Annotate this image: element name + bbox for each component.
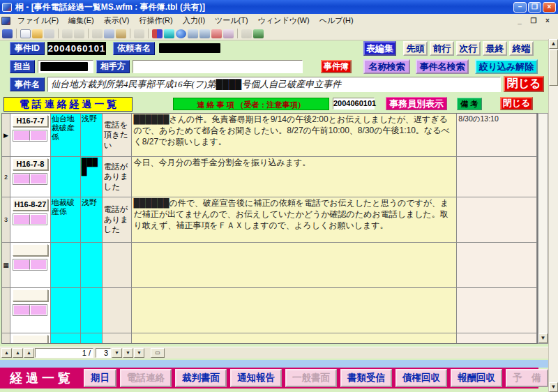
table-row-partial[interactable] (2, 333, 537, 344)
category-field[interactable] (13, 259, 30, 270)
menu-input[interactable]: 入力(I) (178, 14, 210, 27)
message-cell[interactable] (132, 333, 458, 344)
org-cell[interactable]: 地裁破産係 (51, 197, 81, 242)
case-name-search-button[interactable]: 事件名検索 (416, 59, 469, 74)
date-cell[interactable] (10, 333, 51, 344)
nav-page-down-icon[interactable]: ▼ (123, 348, 133, 358)
category-field[interactable] (30, 174, 47, 184)
end-record-button[interactable]: 終端 (509, 41, 534, 56)
message-cell[interactable]: 今日、今月分の着手金分割金を振り込みます。 (132, 157, 458, 197)
category-fields[interactable] (13, 304, 47, 316)
table-row[interactable]: 3 H16-8-27 地裁破産係 浅野 電話がありました ██████の件で、破… (2, 197, 537, 243)
print-preview-icon[interactable] (74, 29, 84, 38)
nav-first-icon[interactable]: ▲ (1, 348, 12, 358)
org-cell[interactable] (51, 157, 81, 197)
tab-saiken-kaishu[interactable]: 債権回収 (395, 369, 447, 387)
category-field[interactable] (30, 214, 47, 225)
person-cell[interactable] (81, 243, 103, 287)
save-icon[interactable] (44, 29, 54, 38)
restore-button[interactable]: ❐ (528, 2, 541, 13)
table-scroll-down-icon[interactable]: ▼ (538, 333, 548, 343)
zoom-globe-icon[interactable] (176, 29, 186, 38)
new-file-icon[interactable] (20, 29, 31, 38)
category-field[interactable] (13, 214, 30, 225)
mdi-restore-button[interactable]: ❐ (529, 17, 538, 24)
table-row[interactable]: 2 H16-7-8 ████ 電話がありました 今日、今月分の着手金分割金を振り… (2, 157, 537, 197)
nav-up-icon[interactable]: ▲ (24, 348, 34, 358)
category-fields[interactable] (13, 259, 47, 271)
undo-icon[interactable] (134, 29, 144, 38)
menu-row-ops[interactable]: 行操作(R) (134, 14, 177, 27)
menu-view[interactable]: 表示(V) (99, 14, 135, 27)
search-a-icon[interactable] (188, 29, 198, 38)
memo-cell[interactable]: 8/30の13:10 (457, 114, 537, 156)
next-record-button[interactable]: 次行 (456, 41, 481, 56)
status-cell[interactable] (103, 333, 132, 344)
date-button[interactable] (13, 244, 48, 256)
form-icon[interactable] (2, 29, 13, 38)
date-cell[interactable]: H16-7-8 (10, 157, 51, 197)
memo-cell[interactable] (457, 197, 537, 242)
org-cell[interactable] (51, 243, 81, 287)
category-fields[interactable] (13, 130, 47, 142)
cut-icon[interactable] (92, 29, 103, 38)
scroll-down-icon[interactable]: ▼ (549, 382, 558, 392)
person-cell[interactable] (81, 333, 103, 344)
open-folder-icon[interactable] (32, 29, 43, 38)
nav-down-icon[interactable]: ▼ (112, 348, 122, 358)
status-cell[interactable] (103, 243, 132, 287)
table-delete-icon[interactable] (223, 29, 234, 38)
window-scrollbar[interactable]: ▲ ▼ (548, 39, 558, 392)
close-section-button[interactable]: 閉じる (500, 97, 533, 110)
case-book-button[interactable]: 事件簿 (321, 60, 352, 73)
status-cell[interactable]: 電話を頂きたい (103, 114, 132, 156)
message-cell[interactable]: ██████さんの件。免責審尋期日を9/14の午後2:00とお伝えしましたが、遅… (132, 114, 458, 156)
date-cell[interactable]: H16-7-7 (10, 114, 51, 156)
org-cell[interactable] (51, 288, 81, 333)
window-icon[interactable] (241, 29, 252, 38)
date-button[interactable]: H16-7-8 (13, 158, 48, 170)
sort-icon[interactable] (152, 29, 163, 38)
message-cell[interactable] (132, 243, 458, 287)
category-fields[interactable] (13, 213, 47, 225)
tab-kijitsu[interactable]: 期日 (84, 369, 116, 387)
menu-file[interactable]: ファイル(F) (13, 14, 63, 27)
table-add-icon[interactable] (211, 29, 222, 38)
status-cell[interactable]: 電話がありました (103, 197, 132, 242)
close-form-button[interactable]: 閉じる (504, 76, 544, 92)
date-cell[interactable] (10, 288, 51, 333)
minimize-button[interactable]: – (513, 2, 527, 13)
scroll-up-icon[interactable]: ▲ (549, 39, 558, 49)
print-icon[interactable] (62, 29, 73, 38)
menu-help[interactable]: ヘルプ(H) (315, 14, 359, 27)
staff-view-button[interactable]: 事務員別表示 (386, 97, 447, 110)
date-button[interactable] (13, 335, 48, 344)
opponent-field[interactable] (133, 60, 303, 73)
record-position-field[interactable]: 1 / (35, 348, 93, 358)
category-field[interactable] (13, 305, 30, 315)
date-button[interactable]: H16-7-7 (13, 115, 48, 127)
date-button[interactable]: H16-8-27 (13, 199, 48, 211)
person-cell[interactable]: 浅野 (81, 197, 103, 242)
category-field[interactable] (13, 174, 30, 184)
section-case-id-field[interactable]: 2004060101 (333, 98, 375, 110)
org-cell[interactable]: 仙台地裁破産係 (51, 114, 81, 156)
mdi-minimize-button[interactable]: _ (515, 17, 525, 24)
close-button[interactable]: × (543, 2, 556, 13)
copy-icon[interactable] (104, 29, 114, 38)
table-row[interactable]: ▶ H16-7-7 仙台地裁破産係 浅野 電話を頂きたい ██████さんの件。… (2, 114, 537, 157)
memo-cell[interactable] (457, 157, 537, 197)
tab-shorui-jushin[interactable]: 書類受信 (340, 369, 392, 387)
scrollbar-thumb[interactable] (549, 50, 558, 86)
paste-icon[interactable] (116, 29, 126, 38)
memo-cell[interactable] (457, 333, 537, 344)
menu-edit[interactable]: 編集(E) (63, 14, 99, 27)
memo-cell[interactable] (457, 288, 537, 333)
table-row[interactable]: ▦ (2, 243, 537, 288)
clear-filter-button[interactable]: 絞り込み解除 (475, 59, 538, 74)
memo-cell[interactable] (457, 243, 537, 287)
tab-saiban-shomen[interactable]: 裁判書面 (175, 369, 227, 387)
mdi-close-button[interactable]: × (543, 17, 552, 24)
message-cell[interactable] (132, 288, 458, 333)
category-field[interactable] (30, 305, 47, 315)
